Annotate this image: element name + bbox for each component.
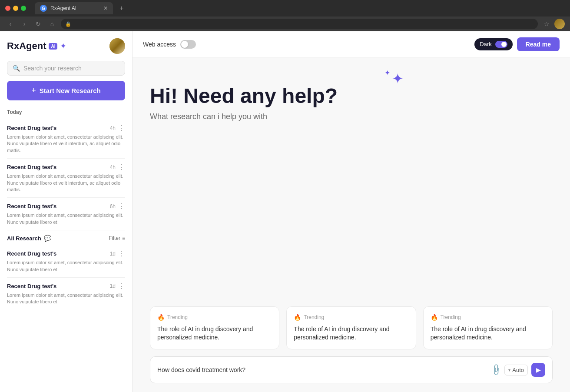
research-item-meta: 1d ⋮ <box>110 282 125 290</box>
research-item-today-1[interactable]: Recent Drug test's 4h ⋮ Lorem ipsum dolo… <box>7 159 125 198</box>
trending-card-title: The role of AI in drug discovery and per… <box>294 325 408 342</box>
browser-titlebar: G RxAgent AI ✕ + <box>0 0 570 17</box>
logo-text: RxAgent <box>7 40 46 52</box>
research-item-preview: Lorem ipsum dolor sit amet, consectetur … <box>7 212 125 226</box>
refresh-button[interactable]: ↻ <box>33 19 43 29</box>
more-options-icon[interactable]: ⋮ <box>118 249 125 258</box>
web-access-group: Web access <box>143 40 196 49</box>
logo-rx: Rx <box>7 40 19 51</box>
main-content: Web access Dark Read me ✦ <box>133 31 570 392</box>
research-item-time: 1d <box>110 251 116 257</box>
web-access-label: Web access <box>143 41 176 48</box>
research-item-today-0[interactable]: Recent Drug test's 4h ⋮ Lorem ipsum dolo… <box>7 120 125 159</box>
search-bar[interactable]: 🔍 Search your research <box>7 61 125 76</box>
browser-toolbar: ‹ › ↻ ⌂ 🔒 ☆ <box>0 17 570 31</box>
top-bar-actions: Dark Read me <box>474 37 560 51</box>
filter-button[interactable]: Filter ≡ <box>109 235 125 241</box>
avatar-image <box>109 38 125 54</box>
trending-card-2[interactable]: 🔥 Trending The role of AI in drug discov… <box>423 306 553 349</box>
dark-toggle <box>495 41 507 48</box>
today-section-title: Today <box>7 109 125 115</box>
browser-tab[interactable]: G RxAgent AI ✕ <box>35 2 113 14</box>
sidebar-avatar[interactable] <box>109 38 125 54</box>
dark-toggle-knob <box>501 42 507 47</box>
more-options-icon[interactable]: ⋮ <box>118 124 125 132</box>
fire-icon: 🔥 <box>157 314 165 321</box>
research-item-meta: 1d ⋮ <box>110 249 125 258</box>
trending-label: 🔥 Trending <box>157 314 272 321</box>
search-icon: 🔍 <box>13 65 20 72</box>
web-access-toggle[interactable] <box>180 40 196 49</box>
chat-icon: 💬 <box>44 235 51 242</box>
research-item-header: Recent Drug test's 1d ⋮ <box>7 249 125 258</box>
trending-card-title: The role of AI in drug discovery and per… <box>431 325 545 342</box>
minimize-window-button[interactable] <box>13 6 18 11</box>
trending-label: 🔥 Trending <box>431 314 545 321</box>
auto-button[interactable]: ▾ Auto <box>504 365 528 375</box>
research-item-header: Recent Drug test's 1d ⋮ <box>7 282 125 290</box>
trending-text: Trending <box>304 314 324 320</box>
close-window-button[interactable] <box>5 6 10 11</box>
hero-title: Hi! Need any help? <box>150 83 553 109</box>
maximize-window-button[interactable] <box>21 6 26 11</box>
more-options-icon[interactable]: ⋮ <box>118 163 125 171</box>
bookmark-icon[interactable]: ☆ <box>541 19 552 29</box>
address-bar[interactable]: 🔒 <box>61 19 538 29</box>
dark-mode-button[interactable]: Dark <box>474 38 512 50</box>
research-item-meta: 4h ⋮ <box>110 163 125 171</box>
attach-icon[interactable]: 📎 <box>490 363 503 376</box>
search-placeholder-text: Search your research <box>23 65 82 72</box>
profile-avatar-toolbar[interactable] <box>554 19 565 29</box>
more-options-icon[interactable]: ⋮ <box>118 282 125 290</box>
home-button[interactable]: ⌂ <box>47 19 57 29</box>
trending-card-1[interactable]: 🔥 Trending The role of AI in drug discov… <box>286 306 416 349</box>
research-item-meta: 4h ⋮ <box>110 124 125 132</box>
tab-title: RxAgent AI <box>50 5 100 11</box>
research-item-all-0[interactable]: Recent Drug test's 1d ⋮ Lorem ipsum dolo… <box>7 245 125 278</box>
toggle-knob <box>181 41 188 48</box>
input-container: 📎 ▾ Auto ▶ <box>150 356 553 383</box>
research-item-title: Recent Drug test's <box>7 250 56 257</box>
sparkle-decoration: ✦ ✦ <box>384 70 404 87</box>
hero-section: ✦ ✦ Hi! Need any help? What research can… <box>133 57 570 134</box>
traffic-lights <box>5 6 26 11</box>
chevron-down-icon: ▾ <box>508 368 510 372</box>
forward-button[interactable]: › <box>19 19 30 29</box>
research-item-preview: Lorem ipsum dolor sit amet, consectetur … <box>7 259 125 273</box>
all-research-header: All Research 💬 Filter ≡ <box>7 235 125 242</box>
new-tab-button[interactable]: + <box>116 3 127 13</box>
research-item-time: 4h <box>110 125 116 131</box>
research-input[interactable] <box>157 366 487 373</box>
trending-card-title: The role of AI in drug discovery and per… <box>157 325 272 342</box>
research-item-title: Recent Drug test's <box>7 125 56 131</box>
logo-ai-badge: AI <box>49 43 57 50</box>
tab-favicon: G <box>40 5 47 12</box>
more-options-icon[interactable]: ⋮ <box>118 202 125 210</box>
research-item-header: Recent Drug test's 6h ⋮ <box>7 202 125 210</box>
research-item-all-1[interactable]: Recent Drug test's 1d ⋮ Lorem ipsum dolo… <box>7 278 125 310</box>
research-item-time: 6h <box>110 203 116 209</box>
browser-chrome: G RxAgent AI ✕ + ‹ › ↻ ⌂ 🔒 ☆ <box>0 0 570 31</box>
sidebar: RxAgent AI ✦ 🔍 Search your research + St… <box>0 31 133 392</box>
input-area: 📎 ▾ Auto ▶ <box>133 356 570 392</box>
research-item-time: 4h <box>110 164 116 170</box>
research-item-today-2[interactable]: Recent Drug test's 6h ⋮ Lorem ipsum dolo… <box>7 198 125 230</box>
filter-label: Filter <box>109 235 120 241</box>
send-button[interactable]: ▶ <box>531 363 545 377</box>
auto-label: Auto <box>512 367 524 373</box>
trending-card-0[interactable]: 🔥 Trending The role of AI in drug discov… <box>150 306 279 349</box>
sidebar-header: RxAgent AI ✦ <box>7 38 125 54</box>
new-research-button[interactable]: + Start New Research <box>7 81 125 100</box>
read-me-button[interactable]: Read me <box>517 37 560 51</box>
research-item-title: Recent Drug test's <box>7 164 56 170</box>
research-item-meta: 6h ⋮ <box>110 202 125 210</box>
top-bar: Web access Dark Read me <box>133 31 570 57</box>
all-research-title: All Research <box>7 235 41 242</box>
research-item-title: Recent Drug test's <box>7 283 56 289</box>
logo: RxAgent AI ✦ <box>7 40 66 52</box>
all-research-left: All Research 💬 <box>7 235 51 242</box>
lock-icon: 🔒 <box>65 21 71 27</box>
back-button[interactable]: ‹ <box>5 19 16 29</box>
trending-text: Trending <box>441 314 461 320</box>
tab-close-icon[interactable]: ✕ <box>103 5 108 11</box>
